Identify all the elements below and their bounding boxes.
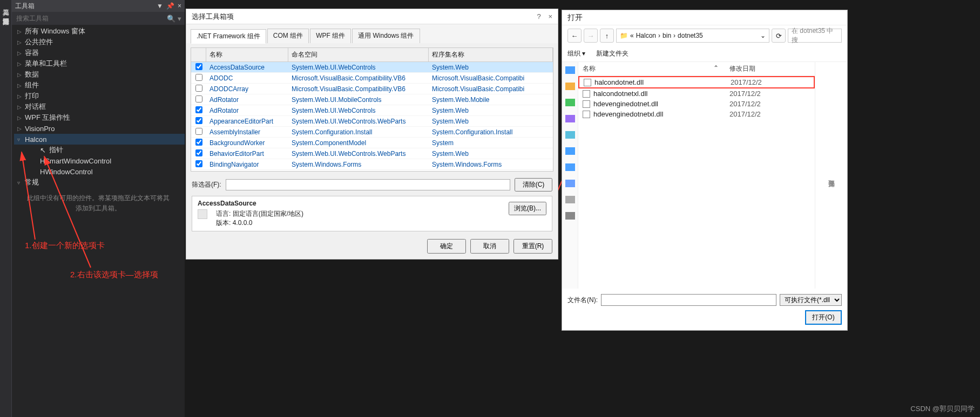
- detail-title: AccessDataSource: [198, 200, 546, 207]
- col-assembly[interactable]: 程序集名称: [429, 48, 553, 61]
- tree-item[interactable]: ▷公共控件: [14, 37, 185, 47]
- tree-child-pointer[interactable]: ↖指针: [14, 145, 185, 155]
- grid-row[interactable]: AdRotatorSystem.Web.UI.MobileControlsSys…: [191, 94, 553, 105]
- organize-menu[interactable]: 组织 ▾: [567, 49, 585, 58]
- dialog-tabs: .NET Framework 组件 COM 组件 WPF 组件 通用 Windo…: [186, 24, 558, 43]
- panel-title: 工具箱: [15, 2, 35, 11]
- toolbox-search-input[interactable]: [15, 14, 167, 23]
- refresh-button[interactable]: ⟳: [772, 29, 786, 43]
- place-icon[interactable]: [565, 196, 575, 203]
- tab-uwp[interactable]: 通用 Windows 组件: [352, 29, 420, 43]
- tab-net-framework[interactable]: .NET Framework 组件: [191, 29, 266, 44]
- place-icon[interactable]: [565, 83, 575, 90]
- col-namespace[interactable]: 命名空间: [288, 48, 429, 61]
- row-checkbox[interactable]: [195, 139, 202, 146]
- dll-icon: [583, 111, 590, 118]
- grid-row[interactable]: BehaviorEditorPartSystem.Web.UI.WebContr…: [191, 148, 553, 159]
- clear-button[interactable]: 清除(C): [515, 178, 552, 192]
- ok-button[interactable]: 确定: [427, 239, 466, 254]
- close-icon[interactable]: ×: [548, 12, 552, 20]
- tree-item[interactable]: ▷所有 Windows 窗体: [14, 26, 185, 37]
- grid-row[interactable]: BindingNavigatorSystem.Windows.FormsSyst…: [191, 159, 553, 170]
- tree-item[interactable]: ▷打印: [14, 91, 185, 101]
- filetype-select[interactable]: 可执行文件(*.dll: [780, 294, 842, 306]
- toolbox-search[interactable]: 🔍 ▾: [12, 12, 185, 25]
- file-item[interactable]: hdevenginedotnet.dll 2017/12/2: [578, 99, 815, 109]
- cancel-button[interactable]: 取消: [470, 239, 509, 254]
- tree-item-general[interactable]: ▿常规: [14, 177, 185, 188]
- file-item[interactable]: halcondotnetxl.dll 2017/12/2: [578, 88, 815, 99]
- filename-input[interactable]: [601, 294, 776, 306]
- grid-row[interactable]: BackgroundWorkerSystem.ComponentModelSys…: [191, 138, 553, 148]
- folder-search[interactable]: 在 dotnet35 中搜: [788, 29, 842, 43]
- back-button[interactable]: ←: [567, 29, 582, 43]
- places-bar: [562, 62, 578, 289]
- place-icon[interactable]: [565, 115, 575, 122]
- vertical-tab-toolbox[interactable]: 工具箱: [0, 0, 11, 9]
- tree-item[interactable]: ▷组件: [14, 80, 185, 91]
- tree-item[interactable]: ▷WPF 互操作性: [14, 112, 185, 123]
- grid-row[interactable]: AppearanceEditorPartSystem.Web.UI.WebCon…: [191, 116, 553, 127]
- row-checkbox[interactable]: [195, 106, 202, 113]
- search-icon: 🔍 ▾: [167, 15, 181, 23]
- place-icon[interactable]: [565, 66, 575, 74]
- component-grid: 名称 命名空间 程序集名称 AccessDataSourceSystem.Web…: [191, 47, 553, 172]
- vertical-tab-strip: 工具箱 解决方案资源管理器: [0, 0, 12, 417]
- tree-item[interactable]: ▷菜单和工具栏: [14, 58, 185, 69]
- vertical-tab-solution-explorer[interactable]: 解决方案资源管理器: [0, 9, 11, 17]
- breadcrumb[interactable]: 📁 « Halcon› bin› dotnet35 ⌄: [616, 29, 769, 43]
- file-item[interactable]: hdevenginedotnetxl.dll 2017/12/2: [578, 109, 815, 119]
- row-checkbox[interactable]: [195, 74, 202, 81]
- tree-child[interactable]: HSmartWindowControl: [14, 155, 185, 166]
- place-icon[interactable]: [565, 163, 575, 171]
- tree-item[interactable]: ▷容器: [14, 47, 185, 58]
- col-date[interactable]: 修改日期: [729, 64, 794, 73]
- dropdown-icon[interactable]: ▼: [157, 2, 163, 10]
- reset-button[interactable]: 重置(R): [513, 239, 552, 254]
- close-icon[interactable]: ×: [178, 2, 181, 10]
- new-folder-button[interactable]: 新建文件夹: [596, 49, 628, 58]
- grid-row[interactable]: ADODCArrayMicrosoft.VisualBasic.Compatib…: [191, 84, 553, 94]
- tree-item-halcon[interactable]: ▿Halcon: [14, 134, 185, 145]
- grid-row[interactable]: ADODCMicrosoft.VisualBasic.Compatibility…: [191, 73, 553, 84]
- place-icon[interactable]: [565, 131, 575, 139]
- row-checkbox[interactable]: [195, 63, 202, 70]
- open-file-dialog: 打开 ← → ↑ 📁 « Halcon› bin› dotnet35 ⌄ ⟳ 在…: [562, 10, 848, 331]
- grid-row[interactable]: AccessDataSourceSystem.Web.UI.WebControl…: [191, 62, 553, 73]
- grid-row[interactable]: AdRotatorSystem.Web.UI.WebControlsSystem…: [191, 105, 553, 116]
- help-icon[interactable]: ?: [537, 12, 541, 20]
- row-checkbox[interactable]: [195, 85, 202, 92]
- row-checkbox[interactable]: [195, 117, 202, 124]
- pin-icon[interactable]: 📌: [166, 2, 174, 10]
- tree-item[interactable]: ▷数据: [14, 69, 185, 80]
- browse-button[interactable]: 浏览(B)...: [509, 202, 546, 215]
- row-checkbox[interactable]: [195, 128, 202, 135]
- col-filename[interactable]: 名称 ⌃: [578, 64, 729, 73]
- tab-wpf[interactable]: WPF 组件: [310, 29, 351, 43]
- place-icon[interactable]: [565, 212, 575, 220]
- file-item[interactable]: halcondotnet.dll 2017/12/2: [578, 76, 815, 88]
- preview-pane: 选择要预: [815, 62, 847, 289]
- dll-icon: [583, 100, 590, 108]
- dll-icon: [583, 90, 590, 98]
- tab-com[interactable]: COM 组件: [267, 29, 309, 43]
- place-icon[interactable]: [565, 99, 575, 106]
- place-icon[interactable]: [565, 147, 575, 155]
- dialog-title: 打开: [567, 13, 583, 23]
- open-button[interactable]: 打开(O): [805, 310, 842, 325]
- tree-item[interactable]: ▷对话框: [14, 101, 185, 112]
- row-checkbox[interactable]: [195, 149, 202, 156]
- row-checkbox[interactable]: [195, 95, 202, 102]
- row-checkbox[interactable]: [195, 160, 202, 167]
- tree-item[interactable]: ▷VisionPro: [14, 123, 185, 134]
- filename-label: 文件名(N):: [567, 296, 598, 305]
- detail-box: AccessDataSource 语言: 固定语言(固定国家/地区) 版本: 4…: [192, 196, 552, 231]
- place-icon[interactable]: [565, 180, 575, 187]
- col-name[interactable]: 名称: [206, 48, 288, 61]
- grid-row[interactable]: AssemblyInstallerSystem.Configuration.In…: [191, 127, 553, 138]
- filter-input[interactable]: [226, 179, 510, 190]
- panel-title-bar: 工具箱 ▼ 📌 ×: [12, 0, 185, 12]
- up-button[interactable]: ↑: [600, 29, 614, 43]
- tree-child[interactable]: HWindowControl: [14, 166, 185, 177]
- forward-button[interactable]: →: [584, 29, 598, 43]
